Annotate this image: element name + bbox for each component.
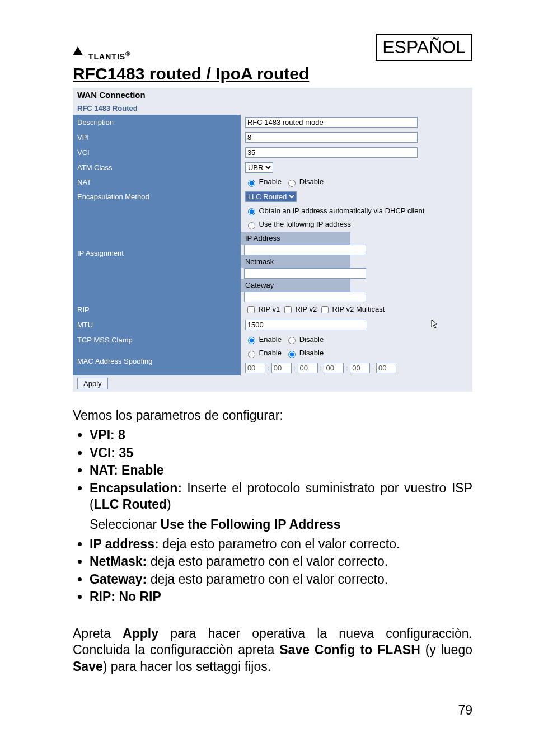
tcpmss-enable-radio[interactable] (248, 337, 255, 344)
ipaddr-input[interactable] (244, 245, 366, 255)
rip-v1-check[interactable] (247, 306, 255, 313)
mac-oct-5 (350, 363, 370, 373)
gateway-input[interactable] (244, 292, 366, 302)
param-vpi: VPI: 8 (90, 427, 472, 443)
param-encap: Encapsulation: Inserte el protocolo sumi… (90, 480, 472, 513)
mac-oct-6 (376, 363, 396, 373)
macspoof-disable-text: Disable (299, 349, 324, 357)
macspoof-label: MAC Address Spoofing (73, 346, 241, 375)
wan-connection-form: WAN Connection RFC 1483 Routed Descripti… (73, 88, 472, 392)
param-rip: RIP: No RIP (90, 589, 472, 605)
rip-v2-text: RIP v2 (296, 305, 317, 313)
mac-oct-1 (245, 363, 265, 373)
brand-logo: TLANTIS® (73, 50, 131, 61)
ip-manual-text: Use the following IP address (259, 220, 352, 228)
vci-input[interactable] (245, 147, 418, 158)
macspoof-disable-radio[interactable] (288, 351, 296, 358)
language-box: ESPAÑOL (376, 34, 472, 61)
vci-label: VCI (73, 145, 241, 160)
section-title: RFC1483 routed / IpoA routed (73, 64, 472, 83)
encap-label: Encapsulation Method (73, 189, 241, 204)
save-paragraph: Apreta Apply para hacer operativa la nue… (73, 626, 472, 675)
rip-label: RIP (73, 302, 241, 317)
atm-class-select[interactable]: UBR (245, 162, 273, 173)
select-instruction: Seleccionar Use the Following IP Address (90, 516, 472, 533)
nat-disable-radio[interactable] (288, 180, 296, 187)
param-netmask: NetMask: deja esto parametro con el valo… (90, 553, 472, 570)
mtu-input[interactable] (245, 320, 367, 330)
netmask-label: Netmask (241, 255, 350, 268)
form-subtitle: RFC 1483 Routed (73, 102, 472, 115)
param-vci: VCI: 35 (90, 445, 472, 461)
vpi-label: VPI (73, 130, 241, 145)
nat-enable-text: Enable (259, 177, 282, 186)
apply-button[interactable]: Apply (77, 378, 108, 389)
nat-label: NAT (73, 175, 241, 189)
ip-auto-text: Obtain an IP address automatically via D… (259, 206, 425, 215)
body-text: Vemos los parametros de configurar: VPI:… (73, 407, 472, 675)
netmask-input[interactable] (244, 268, 366, 279)
rip-mc-check[interactable] (321, 306, 329, 313)
ip-auto-radio[interactable] (248, 208, 255, 215)
tcpmss-disable-text: Disable (299, 335, 324, 344)
intro-text: Vemos los parametros de configurar: (73, 407, 472, 424)
nat-disable-text: Disable (299, 177, 324, 186)
cursor-icon (431, 319, 439, 331)
description-input[interactable] (245, 117, 418, 128)
brand-logo-text: TLANTIS (88, 52, 125, 61)
macspoof-enable-text: Enable (259, 349, 282, 357)
tcpmss-disable-radio[interactable] (288, 337, 296, 344)
rip-v1-text: RIP v1 (259, 305, 280, 313)
atm-class-label: ATM Class (73, 160, 241, 175)
vpi-input[interactable] (245, 132, 418, 143)
param-gateway: Gateway: deja esto parametro con el valo… (90, 571, 472, 588)
page-number: 79 (73, 703, 472, 718)
mac-oct-2 (271, 363, 292, 373)
tcpmss-label: TCP MSS Clamp (73, 333, 241, 347)
form-title: WAN Connection (73, 88, 472, 102)
param-nat: NAT: Enable (90, 462, 472, 478)
mtu-label: MTU (73, 317, 241, 333)
ip-manual-radio[interactable] (248, 222, 255, 229)
ipassign-label: IP Assignment (73, 204, 241, 302)
mac-oct-4 (324, 363, 344, 373)
description-label: Description (73, 115, 241, 130)
nat-enable-radio[interactable] (248, 180, 255, 187)
macspoof-enable-radio[interactable] (248, 351, 255, 358)
tcpmss-enable-text: Enable (259, 335, 282, 344)
encap-select[interactable]: LLC Routed (245, 191, 297, 202)
mac-oct-3 (298, 363, 318, 373)
param-ipaddr: IP address: deja esto parametro con el v… (90, 536, 472, 552)
ipaddr-label: IP Address (241, 232, 350, 245)
rip-v2-check[interactable] (284, 306, 292, 313)
rip-mc-text: RIP v2 Multicast (332, 305, 385, 313)
gateway-label: Gateway (241, 279, 350, 292)
